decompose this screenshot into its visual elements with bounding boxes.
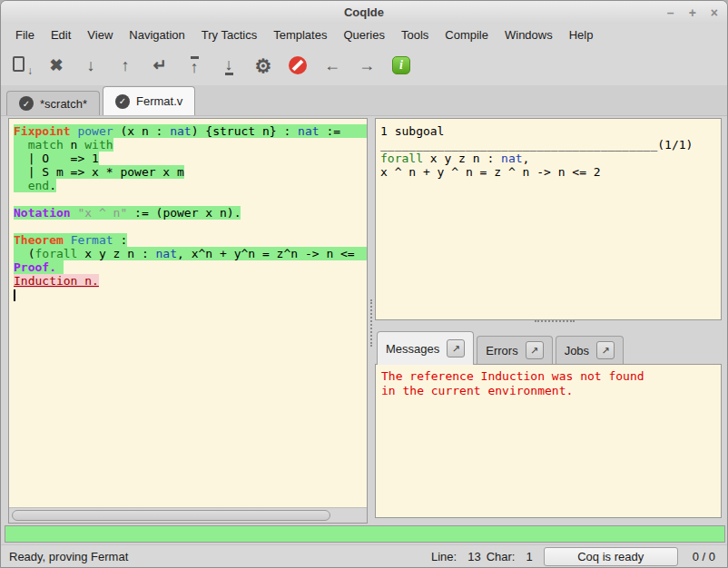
interrupt-icon[interactable] — [286, 54, 310, 77]
window-title: CoqIde — [1, 5, 727, 19]
menu-edit[interactable]: Edit — [43, 25, 79, 44]
code-line: | S m => x * power x m — [14, 165, 367, 179]
code-line: (forall x y z n : nat, x^n + y^n = z^n -… — [14, 247, 367, 260]
tab-label: Errors — [486, 344, 517, 357]
window-controls: – + × — [667, 1, 718, 24]
goals-text: 1 subgoal_______________________________… — [376, 119, 721, 179]
forward-icon[interactable]: → — [355, 54, 379, 77]
tab-fermat-v[interactable]: ✓Fermat.v — [103, 86, 195, 115]
minimize-icon[interactable]: – — [667, 6, 674, 19]
error-message-line: The reference Induction was not found — [381, 369, 721, 384]
code-line: Induction n. — [14, 274, 367, 288]
menu-view[interactable]: View — [79, 25, 121, 44]
splitter-grip-icon — [370, 299, 372, 347]
code-line: match n with — [14, 138, 367, 152]
tab-label: Messages — [386, 342, 439, 356]
tab-label: *scratch* — [40, 97, 87, 111]
menu-bar: FileEditViewNavigationTry TacticsTemplat… — [1, 24, 727, 45]
menu-compile[interactable]: Compile — [437, 25, 497, 44]
messages-notebook: Messages↗Errors↗Jobs↗ The reference Indu… — [375, 328, 722, 518]
code-line: Proof. — [14, 260, 367, 274]
menu-help[interactable]: Help — [561, 25, 602, 44]
horizontal-splitter-grip-icon[interactable] — [535, 320, 575, 322]
tab-label: Jobs — [565, 344, 589, 357]
error-message-line: in the current environment. — [381, 384, 721, 398]
code-line: Notation "x ^ n" := (power x n). — [14, 206, 367, 220]
code-line: forall x y z n : nat, — [380, 152, 721, 165]
scrollbar-thumb[interactable] — [12, 510, 330, 521]
tab-label: Fermat.v — [136, 94, 182, 108]
step-forward-icon[interactable]: ↓ — [79, 54, 103, 77]
code-editor[interactable]: Fixpoint power (x n : nat) {struct n} : … — [9, 119, 367, 507]
tab-errors[interactable]: Errors↗ — [477, 336, 552, 364]
code-line — [14, 288, 367, 301]
char-value: 1 — [526, 550, 532, 563]
check-icon: ✓ — [19, 96, 34, 111]
vertical-splitter[interactable] — [368, 118, 375, 524]
menu-templates[interactable]: Templates — [265, 25, 335, 44]
menu-try-tactics[interactable]: Try Tactics — [193, 25, 265, 44]
status-message: Ready, proving Fermat — [9, 550, 417, 563]
code-line: _______________________________________(… — [380, 138, 721, 152]
maximize-icon[interactable]: + — [689, 6, 696, 19]
toolbar: ↓✖↓↑↵↑↓⚙←→i — [1, 45, 727, 85]
menu-windows[interactable]: Windows — [497, 25, 561, 44]
coq-status-button[interactable]: Coq is ready — [544, 547, 678, 566]
tab-jobs[interactable]: Jobs↗ — [556, 336, 624, 364]
tab-messages[interactable]: Messages↗ — [377, 331, 474, 365]
code-line: 1 subgoal — [380, 124, 721, 138]
worker-counter: 0 / 0 — [693, 550, 715, 563]
code-editor-frame: Fixpoint power (x n : nat) {struct n} : … — [8, 118, 368, 524]
go-to-end-icon[interactable]: ↓ — [217, 54, 241, 77]
char-label: Char: — [487, 550, 516, 563]
tab-scratch[interactable]: ✓*scratch* — [6, 91, 100, 115]
line-value: 13 — [467, 550, 480, 563]
restart-icon[interactable]: ↑ — [182, 54, 206, 77]
status-bar: Ready, proving Fermat Line: 13 Char: 1 C… — [1, 544, 727, 568]
about-icon[interactable]: i — [389, 54, 413, 77]
close-icon[interactable]: × — [711, 6, 718, 19]
document-tabstrip: ✓*scratch*✓Fermat.v — [1, 85, 727, 116]
code-line: Theorem Fermat : — [14, 233, 367, 247]
gear-icon[interactable]: ⚙ — [251, 54, 275, 77]
messages-tabstrip: Messages↗Errors↗Jobs↗ — [375, 328, 722, 364]
title-bar[interactable]: CoqIde – + × — [1, 1, 727, 24]
code-line: end. — [14, 179, 367, 192]
back-icon[interactable]: ← — [320, 54, 344, 77]
text-cursor — [14, 289, 15, 301]
code-line: | O => 1 — [14, 152, 367, 165]
step-backward-icon[interactable]: ↑ — [113, 54, 137, 77]
menu-queries[interactable]: Queries — [335, 25, 393, 44]
menu-navigation[interactable]: Navigation — [121, 25, 192, 44]
save-icon[interactable]: ↓ — [10, 54, 34, 77]
detach-icon[interactable]: ↗ — [447, 339, 465, 357]
goals-panel[interactable]: 1 subgoal_______________________________… — [375, 118, 722, 320]
horizontal-scrollbar[interactable] — [9, 507, 367, 523]
code-line — [14, 220, 367, 233]
detach-icon[interactable]: ↗ — [526, 341, 544, 359]
menu-file[interactable]: File — [7, 25, 43, 44]
code-line: x ^ n + y ^ n = z ^ n -> n <= 2 — [380, 165, 721, 179]
menu-tools[interactable]: Tools — [393, 25, 437, 44]
code-line — [14, 192, 367, 206]
close-buffer-icon[interactable]: ✖ — [44, 54, 68, 77]
coq-status-label: Coq is ready — [577, 550, 644, 563]
line-label: Line: — [431, 550, 457, 563]
progress-bar — [5, 525, 725, 543]
check-icon: ✓ — [115, 94, 130, 109]
messages-content[interactable]: The reference Induction was not foundin … — [375, 364, 722, 518]
detach-icon[interactable]: ↗ — [596, 341, 615, 359]
go-to-cursor-icon[interactable]: ↵ — [148, 54, 172, 77]
coqide-window: CoqIde – + × FileEditViewNavigationTry T… — [0, 0, 728, 568]
code-line: Fixpoint power (x n : nat) {struct n} : … — [14, 124, 367, 138]
